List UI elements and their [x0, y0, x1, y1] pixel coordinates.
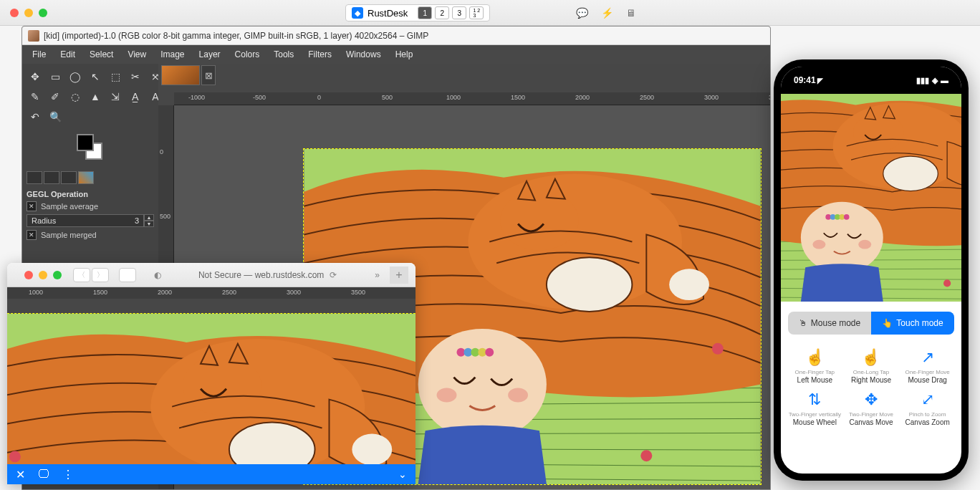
minimize-window[interactable]	[39, 271, 47, 279]
overflow-icon[interactable]: »	[375, 270, 380, 280]
maximize-window[interactable]	[53, 271, 62, 279]
color-swatches[interactable]	[77, 134, 105, 163]
chat-icon[interactable]: 💬	[576, 7, 588, 19]
close-option-icon[interactable]: ✕	[27, 201, 37, 211]
forward-button[interactable]: 〉	[92, 268, 109, 282]
collapse-icon[interactable]: ⌄	[398, 469, 407, 480]
menu-image[interactable]: Image	[155, 47, 190, 62]
menu-view[interactable]: View	[122, 47, 152, 62]
workspace-2[interactable]: 2	[435, 6, 449, 19]
ruler-tick: 1000	[446, 94, 461, 101]
shield-icon[interactable]: ◐	[150, 270, 165, 280]
device-tab-icon[interactable]	[44, 171, 59, 184]
radius-label: Radius	[32, 216, 56, 225]
monitor-icon[interactable]: 🖵	[38, 468, 49, 481]
menu-windows[interactable]: Windows	[340, 47, 387, 62]
ruler-tick: 3500	[351, 289, 365, 296]
tool-free-select[interactable]: ↖	[87, 68, 104, 85]
close-option-icon[interactable]: ✕	[27, 230, 37, 240]
swatch-foreground[interactable]	[77, 134, 94, 151]
menu-filters[interactable]: Filters	[302, 47, 337, 62]
mouse-icon: 🖱	[799, 318, 807, 328]
security-label: Not Secure —	[198, 270, 255, 280]
gesture-label: Canvas Move	[845, 418, 898, 426]
gesture-label: Mouse Wheel	[788, 418, 842, 426]
close-window[interactable]	[24, 271, 33, 279]
back-button[interactable]: 〈	[73, 268, 90, 282]
reload-icon[interactable]: ⟳	[330, 270, 337, 280]
workspace-switcher: 1 2 3 1 23	[418, 6, 484, 19]
undo-tab-icon[interactable]	[61, 171, 77, 184]
close-tab-icon[interactable]: ⊠	[201, 65, 216, 85]
sidebar-toggle[interactable]	[119, 268, 136, 282]
image-tab-thumbnail[interactable]	[161, 65, 200, 85]
gesture-hint: One-Finger Move	[900, 369, 954, 375]
touch-mode-button[interactable]: 👆Touch mode	[871, 312, 954, 335]
minimize-window[interactable]	[24, 9, 33, 17]
radius-field[interactable]: Radius3 ▲▼	[27, 214, 154, 227]
more-icon[interactable]: ⋮	[62, 468, 74, 481]
gesture-icon: ☝	[788, 347, 842, 368]
tool-move[interactable]: ✥	[27, 68, 44, 85]
url-text: web.rustdesk.com	[255, 270, 325, 280]
gesture-label: Right Mouse	[845, 376, 898, 384]
tool-heal[interactable]: ↶	[27, 108, 44, 125]
menu-colors[interactable]: Colors	[229, 47, 266, 62]
menu-help[interactable]: Help	[390, 47, 419, 62]
status-location-icon: ◤	[817, 77, 823, 85]
ruler-tick: 1000	[29, 289, 43, 296]
ruler-tick: -1000	[188, 94, 205, 101]
status-time: 09:41	[794, 75, 816, 85]
close-session-icon[interactable]: ✕	[16, 468, 25, 481]
option-sample-average[interactable]: ✕ Sample average	[27, 201, 154, 211]
menu-file[interactable]: File	[27, 47, 52, 62]
gimp-title-text: [kid] (imported)-1.0 (RGB color 8-bit ga…	[44, 31, 428, 41]
remote-canvas[interactable]	[7, 299, 415, 464]
tool-eraser[interactable]: ◌	[67, 88, 84, 105]
tool-options-tab-icon[interactable]	[27, 171, 42, 184]
workspace-grid[interactable]: 1 23	[469, 6, 484, 19]
gesture-canvas-zoom: ⤢Pinch to ZoomCanvas Zoom	[900, 390, 954, 426]
close-window[interactable]	[10, 9, 19, 17]
menu-tools[interactable]: Tools	[268, 47, 299, 62]
tool-clone[interactable]: ⇲	[107, 88, 124, 105]
gimp-wilber-icon	[28, 30, 39, 42]
tool-ellipse-select[interactable]: ◯	[67, 68, 84, 85]
tool-pencil[interactable]: ✐	[47, 88, 64, 105]
workspace-1[interactable]: 1	[418, 6, 432, 19]
gesture-hint: Pinch to Zoom	[900, 411, 954, 418]
tool-rect-select[interactable]: ▭	[47, 68, 64, 85]
phone-remote-view[interactable]	[781, 94, 961, 302]
option-sample-merged[interactable]: ✕ Sample merged	[27, 230, 154, 240]
safari-window: 〈 〉 ◐ Not Secure — web.rustdesk.com⟳ » +…	[7, 263, 415, 484]
gesture-label: Left Mouse	[788, 376, 842, 384]
ruler-tick: 2500	[222, 289, 236, 296]
tool-crop[interactable]: ⬚	[107, 68, 124, 85]
radius-spinner[interactable]: ▲▼	[144, 214, 154, 227]
phone-controls-panel: 🖱Mouse mode 👆Touch mode ☝One-Finger TapL…	[781, 302, 961, 436]
tool-scissors[interactable]: ✂	[127, 68, 144, 85]
address-bar[interactable]: Not Secure — web.rustdesk.com⟳	[170, 270, 365, 280]
ruler-tick: 0	[317, 94, 321, 101]
web-client-view: 1000 1500 2000 2500 3000 3500	[7, 287, 415, 464]
tool-airbrush[interactable]: ▲	[87, 88, 104, 105]
tool-path[interactable]: A̲	[127, 88, 144, 105]
images-tab-icon[interactable]	[78, 171, 94, 184]
workspace-3[interactable]: 3	[452, 6, 466, 19]
ruler-tick: 3500	[769, 94, 771, 101]
mouse-mode-button[interactable]: 🖱Mouse mode	[788, 312, 871, 335]
maximize-window[interactable]	[39, 9, 47, 17]
gesture-hint: Two-Finger Move	[845, 411, 898, 418]
display-icon[interactable]: 🖥	[626, 7, 636, 19]
tool-bucket[interactable]: ✎	[27, 88, 44, 105]
gesture-mouse-drag: ↗One-Finger MoveMouse Drag	[900, 347, 954, 384]
menu-layer[interactable]: Layer	[193, 47, 226, 62]
bolt-icon[interactable]: ⚡	[601, 7, 613, 19]
tool-zoom[interactable]: 🔍	[47, 108, 64, 125]
menu-edit[interactable]: Edit	[54, 47, 81, 62]
gesture-icon: ↗	[900, 347, 954, 368]
signal-icon: ▮▮▮	[916, 76, 929, 85]
new-tab-button[interactable]: +	[390, 266, 408, 284]
ruler-tick: -500	[253, 94, 266, 101]
menu-select[interactable]: Select	[84, 47, 119, 62]
